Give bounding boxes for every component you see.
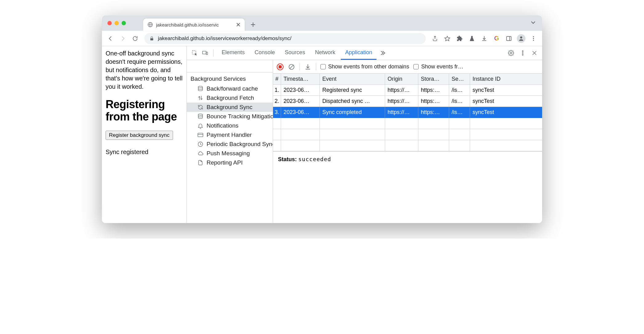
- col-storage[interactable]: Stora…: [418, 74, 449, 85]
- sidebar-item-background-sync[interactable]: Background Sync: [187, 103, 273, 112]
- col-origin[interactable]: Origin: [385, 74, 418, 85]
- sidebar-item-background-fetch[interactable]: Background Fetch: [187, 93, 273, 103]
- google-icon[interactable]: G: [491, 33, 502, 44]
- device-toolbar-icon[interactable]: [200, 48, 210, 58]
- table-row[interactable]: 2.2023-06…Dispatched sync …https://…http…: [273, 96, 542, 107]
- flask-icon[interactable]: [466, 33, 477, 44]
- profile-avatar[interactable]: [516, 33, 527, 44]
- tab-elements[interactable]: Elements: [217, 46, 249, 60]
- bookmark-icon[interactable]: [442, 33, 453, 44]
- intro-paragraph: One-off background sync doesn't require …: [106, 49, 183, 91]
- tabs-menu-button[interactable]: [530, 20, 536, 26]
- sidebar-item-periodic-background-sync[interactable]: Periodic Background Sync: [187, 140, 273, 149]
- sidebar-item-label: Background Fetch: [207, 95, 254, 101]
- col-scope[interactable]: Se…: [449, 74, 470, 85]
- clear-icon[interactable]: [288, 63, 295, 71]
- table-row[interactable]: 1.2023-06…Registered synchttps://…https:…: [273, 85, 542, 96]
- sidebar-item-reporting-api[interactable]: Reporting API: [187, 158, 273, 167]
- lock-icon: [149, 36, 154, 41]
- close-icon[interactable]: [236, 22, 240, 27]
- cell-event: Sync completed: [320, 107, 385, 118]
- tab-console[interactable]: Console: [250, 46, 279, 60]
- event-detail: Status: succeeded: [273, 152, 542, 167]
- clock-icon: [197, 141, 203, 147]
- svg-point-26: [198, 114, 202, 116]
- cell-scope: /is…: [449, 107, 470, 118]
- show-events-checkbox[interactable]: Show events fr…: [413, 63, 463, 70]
- sidebar-item-bounce-tracking-mitigations[interactable]: Bounce Tracking Mitigations: [187, 112, 273, 121]
- browser-tab[interactable]: jakearchibald.github.io/isservic: [143, 18, 245, 31]
- devtools-tab-strip: Elements Console Sources Network Applica…: [187, 46, 542, 60]
- window-minimize-button[interactable]: [115, 21, 119, 25]
- svg-point-12: [520, 36, 522, 39]
- card-icon: [197, 132, 203, 138]
- sync-icon: [197, 104, 203, 110]
- svg-point-15: [533, 40, 534, 41]
- updown-icon: [197, 95, 203, 101]
- close-devtools-icon[interactable]: [530, 48, 539, 58]
- events-toolbar: Show events from other domains Show even…: [273, 60, 542, 74]
- extensions-icon[interactable]: [454, 33, 465, 44]
- more-tabs-icon[interactable]: [378, 50, 387, 56]
- cell-instance-id: syncTest: [470, 107, 542, 118]
- settings-icon[interactable]: [506, 48, 516, 58]
- cell-storage: https:…: [418, 107, 449, 118]
- address-bar[interactable]: jakearchibald.github.io/isserviceworkerr…: [144, 33, 426, 44]
- window-zoom-button[interactable]: [122, 21, 126, 25]
- col-timestamp[interactable]: Timesta…: [281, 74, 320, 85]
- tab-title: jakearchibald.github.io/isservic: [156, 22, 233, 27]
- window-close-button[interactable]: [107, 21, 112, 25]
- record-button[interactable]: [277, 63, 284, 70]
- svg-marker-8: [445, 36, 450, 41]
- reload-button[interactable]: [130, 33, 141, 44]
- tab-sources[interactable]: Sources: [280, 46, 309, 60]
- save-icon[interactable]: [304, 63, 312, 71]
- table-header-row: # Timesta… Event Origin Stora… Se… Insta…: [273, 74, 542, 85]
- download-icon[interactable]: [479, 33, 490, 44]
- col-number[interactable]: #: [273, 74, 281, 85]
- database-icon: [197, 86, 203, 92]
- sidebar-item-push-messaging[interactable]: Push Messaging: [187, 149, 273, 158]
- svg-point-13: [533, 36, 534, 37]
- menu-icon[interactable]: [528, 33, 539, 44]
- cell-origin: https://…: [385, 96, 418, 107]
- svg-point-21: [522, 52, 523, 53]
- forward-button[interactable]: [117, 33, 128, 44]
- table-row[interactable]: 3.2023-06…Sync completedhttps://…https:……: [273, 107, 542, 118]
- sidebar-item-payment-handler[interactable]: Payment Handler: [187, 130, 273, 140]
- sidebar-item-back-forward-cache[interactable]: Back/forward cache: [187, 84, 273, 93]
- chrome-tab-strip: jakearchibald.github.io/isservic: [102, 15, 542, 31]
- page-heading: Registering from the page: [106, 98, 183, 123]
- cell-event: Dispatched sync …: [320, 96, 385, 107]
- share-icon[interactable]: [429, 33, 441, 44]
- bell-icon: [197, 123, 203, 129]
- url-text: jakearchibald.github.io/isserviceworkerr…: [158, 35, 292, 42]
- sidepanel-icon[interactable]: [503, 33, 514, 44]
- register-sync-button[interactable]: Register background sync: [106, 131, 173, 140]
- devtools-menu-icon[interactable]: [518, 48, 527, 58]
- cell-instance-id: syncTest: [470, 96, 542, 107]
- database-icon: [197, 113, 203, 120]
- sidebar-section-header: Background Services: [187, 72, 273, 84]
- inspect-element-icon[interactable]: [190, 48, 199, 58]
- cell-timestamp: 2023-06…: [281, 107, 320, 118]
- sidebar-item-label: Periodic Background Sync: [207, 141, 273, 148]
- sidebar-item-label: Back/forward cache: [207, 85, 258, 92]
- col-event[interactable]: Event: [320, 74, 385, 85]
- svg-rect-10: [507, 36, 511, 40]
- cell-scope: /is…: [449, 85, 470, 96]
- cell-origin: https://…: [385, 85, 418, 96]
- svg-rect-27: [198, 133, 203, 137]
- new-tab-button[interactable]: [248, 19, 258, 30]
- cell-origin: https://…: [385, 107, 418, 118]
- col-instance-id[interactable]: Instance ID: [470, 74, 542, 85]
- devtools-panel: Elements Console Sources Network Applica…: [187, 46, 542, 223]
- back-button[interactable]: [105, 33, 116, 44]
- sidebar-item-notifications[interactable]: Notifications: [187, 121, 273, 130]
- sidebar-item-label: Background Sync: [207, 104, 252, 111]
- tab-application[interactable]: Application: [341, 46, 376, 60]
- tab-network[interactable]: Network: [311, 46, 340, 60]
- show-other-domains-checkbox[interactable]: Show events from other domains: [320, 63, 409, 70]
- cell-event: Registered sync: [320, 85, 385, 96]
- svg-point-19: [510, 52, 512, 54]
